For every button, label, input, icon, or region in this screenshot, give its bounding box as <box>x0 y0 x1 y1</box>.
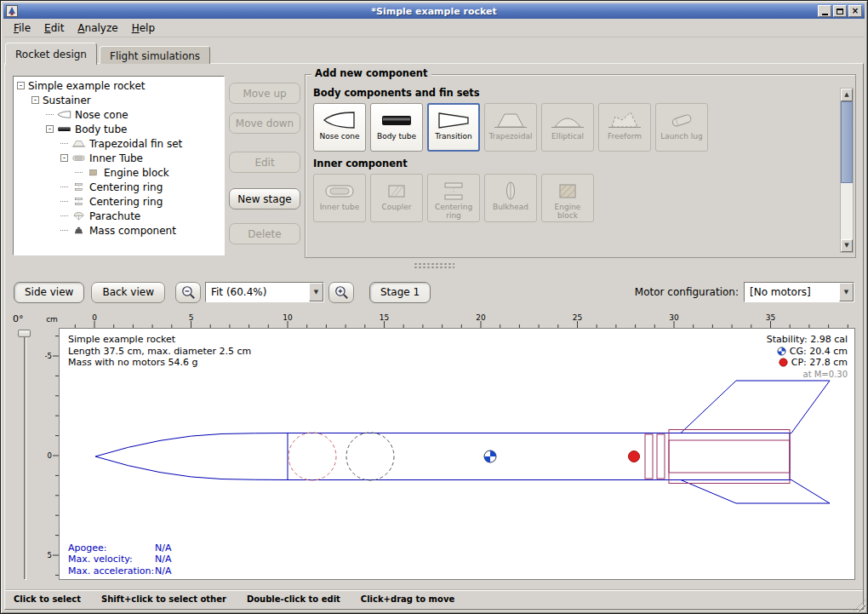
collapse-icon[interactable]: - <box>17 82 25 89</box>
tree-item-mass-component[interactable]: Mass component <box>14 223 224 238</box>
status-hint: Double-click to edit <box>247 594 340 604</box>
rocket-info-line: Length 37.5 cm, max. diameter 2.5 cm <box>68 346 251 358</box>
trapezoidal-icon <box>494 108 528 131</box>
titlebar[interactable]: *Simple example rocket × <box>3 3 865 19</box>
menu-analyze[interactable]: Analyze <box>71 20 124 37</box>
status-hint: Shift+click to select other <box>101 594 226 604</box>
stage-1-toggle[interactable]: Stage 1 <box>369 282 431 303</box>
tree-item-body-tube[interactable]: -Body tube <box>14 122 224 136</box>
tree-connector <box>75 172 83 173</box>
add-centering-ring-button: Centering ring <box>427 174 480 222</box>
add-elliptical-button: Elliptical <box>541 103 594 152</box>
new-stage-button[interactable]: New stage <box>229 188 300 209</box>
result-max-acceleration: Max. acceleration:N/A <box>68 565 171 577</box>
freeform-icon <box>608 108 642 131</box>
move-down-button: Move down <box>229 112 300 134</box>
add-transition-button[interactable]: Transition <box>427 103 480 152</box>
ruler-unit-label: cm <box>45 315 59 324</box>
menu-file[interactable]: File <box>7 20 37 37</box>
svg-text:-5: -5 <box>45 352 52 360</box>
rotation-slider-track[interactable] <box>24 331 26 580</box>
zoom-select[interactable]: Fit (60.4%) ▼ <box>205 282 324 302</box>
svg-text:30: 30 <box>669 314 679 322</box>
bodytube-icon <box>57 124 71 134</box>
close-button[interactable]: × <box>848 5 862 17</box>
component-button-label: Inner tube <box>318 204 362 212</box>
mach-text: at M=0.30 <box>803 369 848 381</box>
splitter-handle[interactable] <box>414 262 454 270</box>
innertube-icon <box>323 179 357 202</box>
tab-content: -Simple example rocket-SustainerNose con… <box>4 63 864 610</box>
motor-configuration-value: [No motors] <box>745 283 839 301</box>
motor-configuration-select[interactable]: [No motors] ▼ <box>744 282 854 302</box>
add-bulkhead-button: Bulkhead <box>484 174 537 222</box>
rocket-canvas[interactable]: Simple example rocketLength 37.5 cm, max… <box>59 328 855 580</box>
status-hint: Click+drag to move <box>361 594 454 604</box>
add-body-tube-button[interactable]: Body tube <box>370 103 423 152</box>
tab-flight-simulations[interactable]: Flight simulations <box>100 46 210 64</box>
tree-item-parachute[interactable]: Parachute <box>14 209 224 223</box>
app-icon[interactable] <box>6 5 18 17</box>
side-view-button[interactable]: Side view <box>14 282 84 303</box>
zoom-in-button[interactable] <box>328 282 354 303</box>
vertical-ruler: -505 <box>45 328 59 580</box>
scrollbar[interactable]: ▲ ▼ <box>840 88 854 253</box>
add-nose-cone-button[interactable]: Nose cone <box>313 103 366 152</box>
add-inner-tube-button: Inner tube <box>313 174 366 222</box>
add-component-panel: Add new component Body components and fi… <box>305 67 856 258</box>
collapse-icon[interactable]: - <box>46 125 54 133</box>
app-window: *Simple example rocket × FileEditAnalyze… <box>0 0 868 614</box>
svg-text:15: 15 <box>380 314 389 322</box>
scroll-down-button[interactable]: ▼ <box>841 239 853 252</box>
cg-icon <box>777 347 786 356</box>
tree-item-centering-ring[interactable]: Centering ring <box>14 180 224 194</box>
component-button-row: Nose coneBody tubeTransitionTrapezoidalE… <box>313 103 836 152</box>
collapse-icon[interactable]: - <box>31 96 39 104</box>
result-label: Max. velocity: <box>68 554 155 565</box>
add-launch-lug-button: Launch lug <box>655 103 708 152</box>
zoom-value: Fit (60.4%) <box>206 283 309 301</box>
centeringring-icon <box>71 197 86 206</box>
status-bar: Click to selectShift+click to select oth… <box>5 589 863 607</box>
scrollbar-thumb[interactable] <box>841 101 853 183</box>
rotation-angle: 0° <box>13 313 24 324</box>
tree-item-sustainer[interactable]: -Sustainer <box>14 93 224 107</box>
tree-item-inner-tube[interactable]: -Inner Tube <box>14 151 224 165</box>
component-button-label: Transition <box>433 133 474 141</box>
tab-rocket-design[interactable]: Rocket design <box>5 43 97 65</box>
tree-item-simple-example-rocket[interactable]: -Simple example rocket <box>14 78 224 93</box>
stability-info: Stability: 2.98 cal CG: 20.4 cm CP: 27.8… <box>767 334 848 380</box>
zoom-out-button[interactable] <box>175 282 201 303</box>
result-value: N/A <box>155 565 171 577</box>
menu-help[interactable]: Help <box>125 20 162 37</box>
tree-item-label: Trapezoidal fin set <box>89 138 182 150</box>
rocket-info: Simple example rocketLength 37.5 cm, max… <box>68 334 251 369</box>
svg-text:0: 0 <box>48 451 52 460</box>
maximize-button[interactable] <box>833 5 847 17</box>
tree-item-centering-ring[interactable]: Centering ring <box>14 194 224 209</box>
rocket-info-line: Mass with no motors 54.6 g <box>68 357 251 369</box>
chevron-down-icon[interactable]: ▼ <box>839 283 854 301</box>
result-max-velocity: Max. velocity:N/A <box>68 554 171 565</box>
rotation-slider-handle[interactable] <box>18 330 31 337</box>
move-up-button: Move up <box>229 83 300 104</box>
scroll-up-button[interactable]: ▲ <box>841 89 853 101</box>
cp-line: CP: 27.8 cm <box>767 357 848 369</box>
tree-item-label: Engine block <box>104 167 169 179</box>
collapse-icon[interactable]: - <box>60 154 68 162</box>
tree-item-trapezoidal-fin-set[interactable]: Trapezoidal fin set <box>14 136 224 151</box>
cg-text: CG: 20.4 cm <box>790 346 848 358</box>
component-button-label: Nose cone <box>317 133 361 141</box>
component-button-label: Elliptical <box>550 133 585 141</box>
tree-item-engine-block[interactable]: Engine block <box>14 165 224 180</box>
trapezoidal-icon <box>71 139 86 148</box>
minimize-button[interactable] <box>818 5 831 17</box>
back-view-button[interactable]: Back view <box>91 282 165 303</box>
chevron-down-icon[interactable]: ▼ <box>309 283 323 301</box>
menu-edit[interactable]: Edit <box>37 20 71 37</box>
result-label: Apogee: <box>68 542 155 554</box>
group-label-inner-component: Inner component <box>313 158 834 169</box>
horizontal-ruler: 05101520253035 <box>59 314 855 328</box>
rocket-view: 0° cm 05101520253035 -505 <box>5 307 863 592</box>
tree-item-nose-cone[interactable]: Nose cone <box>14 107 224 122</box>
